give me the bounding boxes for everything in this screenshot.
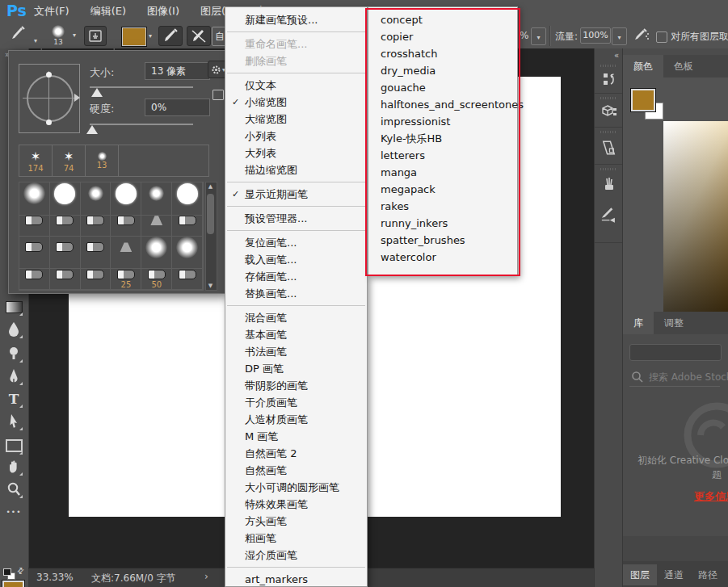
submenu-item[interactable]: rakes [368,198,517,215]
submenu-item[interactable]: crosshatch [368,45,517,62]
scroll-up-icon[interactable]: ▲ [206,183,215,190]
menu-bar-item[interactable]: 文件(F) [34,4,69,19]
brush-preset[interactable]: 50 [141,269,172,290]
menu-item[interactable]: ✓特殊效果画笔 [225,496,367,513]
blur-tool[interactable] [4,320,23,339]
menu-item[interactable]: ✓大缩览图 [225,111,367,128]
roundness-handle[interactable] [46,72,52,78]
menu-item[interactable]: ✓复位画笔... [225,234,367,251]
submenu-item[interactable]: halftones_and_screentones [368,96,517,113]
panel-tab[interactable]: 图层 [623,564,657,585]
menu-item[interactable]: ✓ [227,206,365,207]
brush-preset-picker[interactable]: 13 ▾ [50,24,82,47]
menu-item[interactable]: ✓大列表 [225,145,367,161]
menu-item[interactable]: ✓显示近期画笔 [225,186,367,203]
brush-preset[interactable] [19,182,50,216]
panel-tab[interactable]: 调整 [654,312,694,334]
submenu-item[interactable]: dry_media [368,62,517,79]
scrollbar-thumb[interactable] [207,194,214,234]
artboard-panel-icon[interactable] [600,137,618,158]
color-picker-field[interactable] [663,121,728,312]
brush-preset[interactable] [81,216,112,237]
brush-preset[interactable] [19,269,50,290]
menu-item[interactable]: ✓大小可调的圆形画笔 [225,479,367,496]
submenu-item[interactable]: watercolor [368,249,517,266]
submenu-item[interactable]: impressionist [368,113,517,130]
menu-item[interactable]: ✓ [227,31,365,32]
size-slider-thumb[interactable] [91,88,103,97]
gradient-tool[interactable] [4,297,23,317]
menu-item[interactable]: ✓描边缩览图 [225,161,367,178]
submenu-item[interactable]: runny_inkers [368,215,517,232]
menu-item[interactable]: ✓ [227,567,365,568]
menu-item[interactable]: ✓ [227,230,365,231]
size-field[interactable]: 13 像素 [145,62,210,80]
toggle-brush-settings-panel-button[interactable] [84,26,107,46]
size-slider[interactable] [90,86,193,88]
menu-item[interactable]: ✓基本画笔 [225,326,367,343]
percent-dropdown-button[interactable]: ▾ [531,27,546,45]
brush-preset[interactable] [50,269,81,290]
flow-dropdown-button[interactable]: ▾ [612,27,627,45]
dodge-tool[interactable] [4,344,23,363]
menu-item[interactable]: ✓人造材质画笔 [225,411,367,428]
menu-item[interactable]: ✓预设管理器... [225,210,367,227]
menu-item[interactable]: ✓小缩览图 [225,94,367,111]
zoom-tool[interactable] [4,480,23,499]
brush-preset[interactable] [81,237,112,270]
swap-colors-icon[interactable]: ⇄ [15,565,26,577]
roundness-handle[interactable] [46,119,52,125]
menu-item[interactable]: ✓方头画笔 [225,513,367,530]
submenu-item[interactable]: Kyle-快乐HB [368,130,517,147]
menu-bar-item[interactable]: 图像(I) [147,4,179,19]
angle-arrow-icon[interactable] [74,94,80,102]
brush-preset[interactable] [172,269,203,290]
history-panel-icon[interactable] [600,69,618,90]
hardness-slider[interactable] [90,124,193,125]
menu-item[interactable]: ✓自然画笔 [225,462,367,479]
edit-toolbar-button[interactable]: ••• [4,502,23,522]
brush-preset[interactable] [50,216,81,237]
zoom-level-field[interactable]: 33.33% [36,572,74,583]
menu-item[interactable]: ✓ [227,305,365,306]
brush-preset[interactable] [50,237,81,270]
foreground-color-swatch[interactable] [2,581,24,587]
menu-bar-item[interactable]: 编辑(E) [90,4,126,19]
submenu-item[interactable]: concept [368,11,517,28]
brush-preset[interactable] [172,216,203,237]
hand-tool[interactable] [4,457,23,476]
submenu-item[interactable]: gouache [368,79,517,96]
menu-item[interactable]: ✓干介质画笔 [225,394,367,411]
brush-settings-panel-icon[interactable] [600,203,618,224]
rectangle-tool[interactable] [4,436,23,455]
menu-item[interactable]: ✓书法画笔 [225,343,367,360]
sample-all-layers-checkbox[interactable] [656,31,667,43]
current-brush-load-swatch[interactable] [121,27,147,47]
brush-preset[interactable] [81,269,112,290]
pen-tool[interactable] [4,367,23,386]
submenu-item[interactable]: letterers [368,147,517,164]
panel-tab[interactable]: 颜色 [623,55,663,78]
status-chevron-icon[interactable]: › [204,571,208,582]
foreground-color-swatch[interactable] [631,89,655,111]
type-tool[interactable]: T [4,389,23,409]
recent-brush[interactable]: 13 [86,145,119,176]
scroll-down-icon[interactable]: ▼ [206,283,215,289]
new-preset-icon[interactable] [213,90,224,100]
menu-item[interactable]: ✓自然画笔 2 [225,445,367,462]
hardness-field[interactable]: 0% [145,99,210,116]
brush-preset[interactable] [19,216,50,237]
submenu-item[interactable]: copier [368,28,517,45]
brush-preset[interactable] [141,216,172,237]
menu-item[interactable]: ✓DP 画笔 [225,360,367,377]
menu-item[interactable]: ✓仅文本 [225,77,367,94]
menu-item[interactable]: ✓M 画笔 [225,428,367,445]
recent-brush[interactable]: ✶ 174 [19,145,53,176]
properties-panel-icon[interactable] [600,102,618,123]
brush-preset[interactable] [50,182,81,216]
stock-search-field[interactable]: 搜索 Adobe Stock [629,367,720,387]
menu-item[interactable]: ✓重命名画笔... [225,36,367,52]
brush-preset[interactable] [141,182,172,216]
brush-preset[interactable] [141,237,172,270]
menu-item[interactable]: ✓湿介质画笔 [225,547,367,564]
